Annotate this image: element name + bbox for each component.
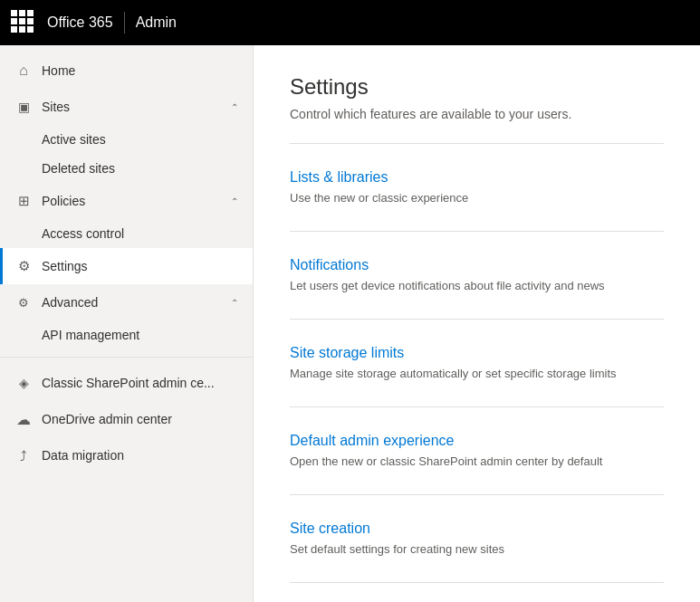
- section-lists-libraries: Lists & libraries Use the new or classic…: [290, 162, 664, 213]
- sidebar-item-access-control[interactable]: Access control: [0, 219, 253, 248]
- active-sites-label: Active sites: [42, 132, 106, 147]
- lists-libraries-desc: Use the new or classic experience: [290, 191, 468, 205]
- access-control-label: Access control: [42, 226, 124, 241]
- notifications-link[interactable]: Notifications: [290, 257, 664, 273]
- topbar: Office 365 Admin: [0, 0, 700, 45]
- advanced-icon: [14, 293, 33, 311]
- sidebar-item-onedrive[interactable]: OneDrive admin center: [0, 401, 253, 437]
- divider-2: [290, 319, 664, 320]
- main-layout: Home Sites ⌃ Active sites Deleted sites …: [0, 45, 700, 602]
- admin-label: Admin: [136, 14, 177, 31]
- sidebar-item-migration[interactable]: Data migration: [0, 437, 253, 473]
- waffle-icon[interactable]: [11, 10, 36, 35]
- divider-4: [290, 494, 664, 495]
- sidebar-item-settings[interactable]: Settings: [0, 248, 253, 284]
- sidebar-label-classic: Classic SharePoint admin ce...: [42, 376, 238, 390]
- section-notifications: Notifications Let users get device notif…: [290, 250, 664, 301]
- divider-0: [290, 143, 664, 144]
- sidebar-label-sites: Sites: [42, 100, 231, 114]
- chevron-up-icon-3: ⌃: [231, 298, 238, 308]
- section-default-admin: Default admin experience Open the new or…: [290, 425, 664, 476]
- policies-icon: [14, 192, 33, 210]
- notifications-desc: Let users get device notifications about…: [290, 279, 605, 292]
- site-creation-link[interactable]: Site creation: [290, 521, 664, 537]
- sidebar-label-migration: Data migration: [42, 448, 238, 463]
- sidebar-item-classic[interactable]: Classic SharePoint admin ce...: [0, 365, 253, 401]
- chevron-up-icon: ⌃: [231, 102, 238, 112]
- sidebar: Home Sites ⌃ Active sites Deleted sites …: [0, 45, 254, 602]
- settings-icon: [14, 257, 33, 275]
- migration-icon: [14, 446, 33, 464]
- deleted-sites-label: Deleted sites: [42, 161, 115, 176]
- page-subtitle: Control which features are available to …: [290, 107, 664, 121]
- page-title: Settings: [290, 74, 664, 100]
- sidebar-item-sites[interactable]: Sites ⌃: [0, 89, 253, 125]
- app-title: Office 365: [47, 14, 113, 31]
- api-management-label: API management: [42, 328, 139, 342]
- sidebar-item-deleted-sites[interactable]: Deleted sites: [0, 154, 253, 183]
- divider-1: [290, 231, 664, 232]
- default-admin-link[interactable]: Default admin experience: [290, 433, 664, 449]
- divider-3: [290, 406, 664, 407]
- site-storage-link[interactable]: Site storage limits: [290, 345, 664, 361]
- chevron-up-icon-2: ⌃: [231, 196, 238, 206]
- section-site-creation: Site creation Set default settings for c…: [290, 513, 664, 564]
- nav-divider: [0, 357, 253, 358]
- sidebar-item-active-sites[interactable]: Active sites: [0, 125, 253, 154]
- sidebar-label-advanced: Advanced: [42, 295, 231, 310]
- site-storage-desc: Manage site storage automatically or set…: [290, 367, 617, 380]
- default-admin-desc: Open the new or classic SharePoint admin…: [290, 454, 602, 468]
- site-creation-desc: Set default settings for creating new si…: [290, 542, 504, 556]
- sidebar-item-home[interactable]: Home: [0, 53, 253, 89]
- topbar-divider: [124, 12, 125, 33]
- classic-icon: [14, 374, 33, 392]
- sidebar-item-policies[interactable]: Policies ⌃: [0, 183, 253, 219]
- home-icon: [14, 62, 33, 80]
- content-area: Settings Control which features are avai…: [254, 45, 700, 602]
- sidebar-label-home: Home: [42, 63, 238, 78]
- sidebar-label-settings: Settings: [42, 259, 238, 273]
- sites-icon: [14, 98, 33, 116]
- section-site-storage: Site storage limits Manage site storage …: [290, 338, 664, 388]
- sidebar-item-api-management[interactable]: API management: [0, 320, 253, 349]
- sidebar-item-advanced[interactable]: Advanced ⌃: [0, 284, 253, 320]
- divider-5: [290, 582, 664, 583]
- sidebar-label-policies: Policies: [42, 194, 231, 208]
- lists-libraries-link[interactable]: Lists & libraries: [290, 169, 664, 186]
- sidebar-label-onedrive: OneDrive admin center: [42, 412, 238, 426]
- onedrive-icon: [14, 410, 33, 428]
